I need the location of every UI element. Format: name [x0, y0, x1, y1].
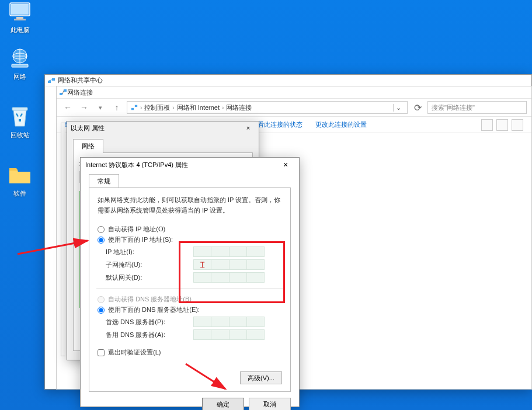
svg-rect-1	[11, 4, 29, 15]
close-button[interactable]: ×	[277, 159, 294, 171]
desktop-icon-label: 回收站	[2, 131, 37, 140]
alternate-dns-label: 备用 DNS 服务器(A):	[106, 331, 193, 339]
help-button[interactable]	[512, 119, 523, 131]
dialog-ipv4-properties[interactable]: Internet 协议版本 4 (TCP/IPv4) 属性 × 常规 如果网络支…	[80, 157, 300, 407]
svg-rect-12	[131, 108, 134, 110]
tab-general[interactable]: 常规	[89, 174, 119, 188]
ip-address-input[interactable]	[193, 246, 265, 257]
tab-network[interactable]: 网络	[73, 139, 103, 153]
window-title: 网络和共享中心	[45, 75, 531, 86]
ok-button[interactable]: 确定	[202, 398, 244, 410]
radio-input	[98, 296, 105, 303]
separator	[96, 289, 283, 289]
help-text: 如果网络支持此功能，则可以获取自动指派的 IP 设置。否则，你需要从网络系统管理…	[98, 195, 282, 216]
dialog-panel: 如果网络支持此功能，则可以获取自动指派的 IP 设置。否则，你需要从网络系统管理…	[89, 187, 291, 392]
breadcrumb-dropdown[interactable]: ⌄	[393, 104, 404, 112]
default-gateway-label: 默认网关(D):	[106, 273, 193, 282]
breadcrumb-item[interactable]: 网络和 Internet	[177, 103, 220, 112]
desktop-icon-software[interactable]: 软件	[2, 164, 37, 198]
preferred-dns-input[interactable]	[193, 317, 265, 327]
window-titlebar: 以太网 属性 ×	[67, 121, 259, 134]
radio-input[interactable]	[98, 226, 105, 233]
svg-rect-8	[48, 81, 51, 83]
window-title: 网络连接	[57, 86, 531, 98]
this-pc-icon	[8, 0, 32, 23]
preferred-dns-label: 首选 DNS 服务器(P):	[106, 318, 193, 326]
svg-rect-11	[64, 89, 67, 92]
window-edge	[61, 123, 65, 356]
nav-recent-button[interactable]: ▾	[94, 101, 107, 114]
radio-input[interactable]	[98, 237, 105, 244]
breadcrumb-item[interactable]: 网络连接	[226, 103, 252, 112]
nav-up-button[interactable]: ↑	[110, 101, 123, 114]
text-caret-icon: ⌶	[200, 260, 204, 269]
svg-rect-7	[12, 107, 27, 110]
cancel-button[interactable]: 取消	[249, 398, 291, 410]
connections-icon	[131, 104, 138, 111]
close-button[interactable]: ×	[241, 123, 255, 133]
alternate-dns-input[interactable]	[193, 329, 265, 340]
refresh-button[interactable]: ⟳	[411, 101, 424, 114]
validate-checkbox[interactable]	[98, 349, 105, 356]
desktop-icon-recycle-bin[interactable]: 回收站	[2, 105, 37, 140]
ip-address-label: IP 地址(I):	[106, 248, 193, 256]
recycle-bin-icon	[8, 105, 32, 128]
breadcrumb[interactable]: › 控制面板 › 网络和 Internet › 网络连接 ⌄	[127, 101, 408, 114]
validate-checkbox-row[interactable]: 退出时验证设置(L)	[98, 348, 282, 357]
sharing-icon	[47, 77, 55, 85]
radio-auto-dns[interactable]: 自动获得 DNS 服务器地址(B)	[98, 295, 282, 304]
svg-rect-3	[14, 19, 26, 20]
toolbar-change[interactable]: 更改此连接的设置	[315, 120, 367, 129]
desktop-icon-this-pc[interactable]: 此电脑	[2, 0, 37, 34]
desktop-icon-label: 此电脑	[2, 26, 37, 34]
network-icon	[8, 47, 32, 70]
radio-manual-dns[interactable]: 使用下面的 DNS 服务器地址(E):	[98, 305, 282, 314]
nav-forward-button[interactable]: →	[78, 101, 91, 114]
advanced-button[interactable]: 高级(V)...	[240, 371, 282, 384]
desktop-icon-label: 软件	[2, 189, 37, 198]
window-title: 以太网 属性	[71, 124, 105, 133]
dialog-title: Internet 协议版本 4 (TCP/IPv4) 属性	[85, 161, 188, 169]
subnet-mask-label: 子网掩码(U):	[106, 260, 193, 269]
navigation-bar: ← → ▾ ↑ › 控制面板 › 网络和 Internet › 网络连接 ⌄ ⟳…	[57, 98, 531, 117]
radio-auto-ip[interactable]: 自动获得 IP 地址(O)	[98, 225, 282, 234]
dialog-titlebar: Internet 协议版本 4 (TCP/IPv4) 属性 ×	[81, 158, 299, 172]
desktop-icon-network[interactable]: 网络	[2, 47, 37, 81]
svg-rect-2	[16, 17, 23, 19]
nav-back-button[interactable]: ←	[61, 101, 74, 114]
svg-rect-6	[12, 64, 28, 67]
default-gateway-input[interactable]	[193, 272, 265, 283]
preview-pane-button[interactable]	[496, 119, 508, 131]
subnet-mask-input[interactable]: ⌶	[193, 259, 265, 270]
search-input[interactable]: 搜索"网络连接"	[427, 101, 527, 114]
desktop-icon-label: 网络	[2, 72, 37, 81]
breadcrumb-item[interactable]: 控制面板	[144, 103, 170, 112]
radio-manual-ip[interactable]: 使用下面的 IP 地址(S):	[98, 235, 282, 244]
svg-rect-10	[60, 93, 62, 95]
folder-icon	[8, 164, 32, 187]
svg-rect-13	[135, 105, 137, 107]
view-options-button[interactable]	[481, 119, 493, 131]
radio-input[interactable]	[98, 307, 105, 314]
connections-icon	[59, 88, 67, 96]
